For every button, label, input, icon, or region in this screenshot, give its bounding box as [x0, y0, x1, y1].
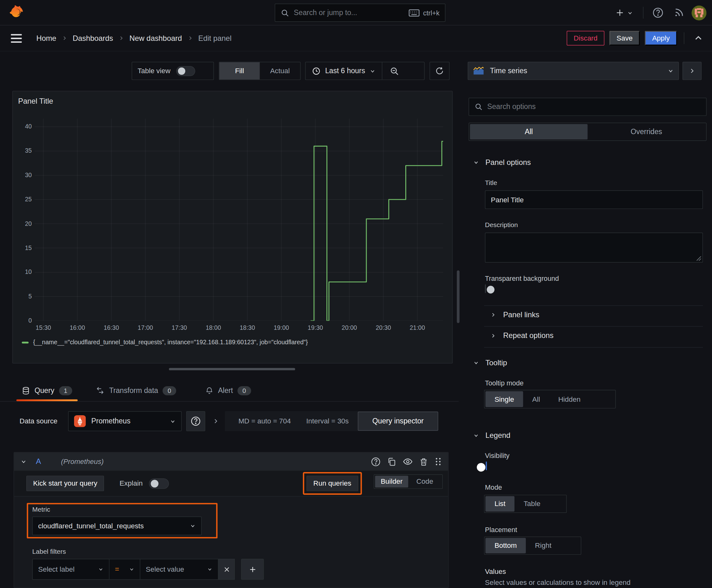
tooltip-mode-hidden[interactable]: Hidden	[549, 391, 589, 407]
tab-all[interactable]: All	[470, 124, 588, 140]
tab-query[interactable]: Query 1	[14, 380, 80, 401]
panel-options-header[interactable]: Panel options	[473, 158, 531, 166]
remove-filter-button[interactable]	[218, 559, 235, 580]
title-field-label: Title	[485, 179, 497, 186]
legend-mode-list[interactable]: List	[486, 496, 515, 512]
add-filter-button[interactable]	[241, 559, 264, 580]
delete-query-icon[interactable]	[419, 457, 428, 466]
run-queries-button[interactable]: Run queries	[306, 476, 358, 491]
select-value-placeholder: Select value	[146, 565, 202, 573]
tab-overrides[interactable]: Overrides	[588, 124, 706, 140]
select-label-dropdown[interactable]: Select label	[33, 559, 110, 580]
database-icon	[22, 386, 30, 395]
editor-tabs: Query 1 Transform data 0 Alert 0	[0, 380, 459, 401]
chevron-right-icon	[118, 36, 124, 41]
tooltip-mode-label: Tooltip mode	[485, 379, 524, 387]
grafana-logo-icon[interactable]	[7, 4, 25, 22]
repeat-options-section[interactable]: Repeat options	[484, 331, 703, 339]
visualization-picker[interactable]: Time series	[468, 62, 679, 80]
duplicate-query-icon[interactable]	[387, 457, 396, 466]
legend-mode-table[interactable]: Table	[515, 496, 549, 512]
discard-button[interactable]: Discard	[567, 31, 604, 45]
chevron-down-icon	[98, 567, 103, 572]
datasource-help-icon[interactable]	[186, 411, 205, 431]
vertical-scrollbar[interactable]	[457, 270, 459, 323]
resize-grip-icon[interactable]	[697, 256, 701, 261]
chevron-right-icon	[490, 333, 496, 338]
legend-placement-switch: Bottom Right	[484, 537, 581, 555]
toggle-options-pane-icon[interactable]	[683, 62, 702, 80]
query-row-header[interactable]: A (Prometheus)	[14, 453, 448, 471]
tooltip-mode-switch: Single All Hidden	[484, 390, 616, 408]
breadcrumb-dashboards[interactable]: Dashboards	[72, 34, 113, 42]
query-inspector-button[interactable]: Query inspector	[358, 412, 438, 430]
fill-option[interactable]: Fill	[219, 62, 260, 80]
chevron-up-icon[interactable]	[691, 34, 706, 43]
tooltip-mode-single[interactable]: Single	[486, 391, 523, 407]
actual-option[interactable]: Actual	[260, 62, 300, 80]
tab-transform-data[interactable]: Transform data 0	[88, 380, 185, 401]
code-mode-option[interactable]: Code	[408, 476, 441, 487]
transparent-bg-toggle[interactable]	[485, 284, 486, 293]
fill-actual-switch: Fill Actual	[219, 62, 300, 80]
query-ref-id[interactable]: A	[36, 457, 41, 466]
zoom-out-icon[interactable]	[382, 62, 406, 80]
chevron-down-icon	[473, 433, 479, 439]
query-builder-body: Metric cloudflared_tunnel_total_requests…	[14, 496, 448, 588]
panel-title[interactable]: Panel Title	[18, 97, 53, 105]
user-avatar[interactable]	[692, 5, 707, 20]
search-input[interactable]: Search or jump to... ctrl+k	[275, 4, 446, 22]
builder-mode-option[interactable]: Builder	[375, 476, 408, 487]
add-button[interactable]	[611, 4, 637, 21]
chart-legend[interactable]: {__name__="cloudflared_tunnel_total_requ…	[22, 339, 308, 346]
expand-stats-icon[interactable]	[213, 411, 219, 431]
panel-title-value: Panel Title	[491, 196, 524, 204]
save-button[interactable]: Save	[609, 31, 640, 45]
tab-query-label: Query	[35, 386, 54, 395]
operator-dropdown[interactable]: =	[110, 559, 140, 580]
description-textarea[interactable]	[485, 233, 703, 262]
table-view-toggle[interactable]	[176, 66, 195, 76]
breadcrumb-new-dashboard[interactable]: New dashboard	[129, 34, 182, 42]
transform-icon	[96, 386, 105, 395]
panel-links-section[interactable]: Panel links	[484, 310, 703, 319]
panel-title-input[interactable]: Panel Title	[485, 190, 703, 209]
disable-query-eye-icon[interactable]	[403, 457, 413, 467]
refresh-icon[interactable]	[429, 62, 450, 80]
time-series-chart[interactable]	[35, 119, 443, 321]
legend-header[interactable]: Legend	[473, 431, 511, 440]
run-queries-highlight: Run queries	[303, 472, 362, 495]
legend-placement-right[interactable]: Right	[526, 538, 560, 553]
panel-options-title: Panel options	[486, 158, 531, 166]
kick-start-button[interactable]: Kick start your query	[26, 476, 104, 491]
time-range-picker[interactable]: Last 6 hours	[305, 62, 382, 80]
news-rss-icon[interactable]	[671, 4, 687, 21]
legend-visibility-toggle[interactable]	[486, 462, 487, 470]
repeat-options-title: Repeat options	[503, 331, 554, 339]
series-legend-label[interactable]: {__name__="cloudflared_tunnel_total_requ…	[33, 339, 308, 346]
legend-visibility-label: Visibility	[485, 452, 510, 460]
chevron-right-icon	[188, 36, 193, 41]
chevron-down-icon	[369, 68, 375, 74]
query-help-icon[interactable]	[371, 457, 381, 466]
tab-alert[interactable]: Alert 0	[197, 380, 259, 401]
datasource-picker[interactable]: Prometheus	[68, 411, 182, 431]
breadcrumb-home[interactable]: Home	[37, 34, 57, 42]
menu-toggle-icon[interactable]	[11, 30, 27, 46]
options-search-input[interactable]: Search options	[469, 98, 707, 116]
metric-select[interactable]: cloudflared_tunnel_total_requests	[33, 517, 202, 535]
collapse-query-icon[interactable]	[20, 458, 27, 465]
tooltip-mode-all[interactable]: All	[523, 391, 549, 407]
apply-button[interactable]: Apply	[645, 31, 677, 45]
tooltip-header[interactable]: Tooltip	[473, 358, 507, 367]
select-value-dropdown[interactable]: Select value	[140, 559, 218, 580]
visualization-name: Time series	[490, 67, 662, 75]
chevron-down-icon	[473, 160, 479, 166]
help-icon[interactable]	[650, 4, 666, 21]
legend-placement-bottom[interactable]: Bottom	[486, 538, 526, 553]
drag-handle-icon[interactable]	[434, 457, 442, 466]
explain-toggle[interactable]	[149, 478, 169, 488]
editor-mode-switch: Builder Code	[373, 474, 443, 489]
pane-resize-handle[interactable]	[169, 368, 295, 370]
section-divider	[484, 347, 703, 348]
